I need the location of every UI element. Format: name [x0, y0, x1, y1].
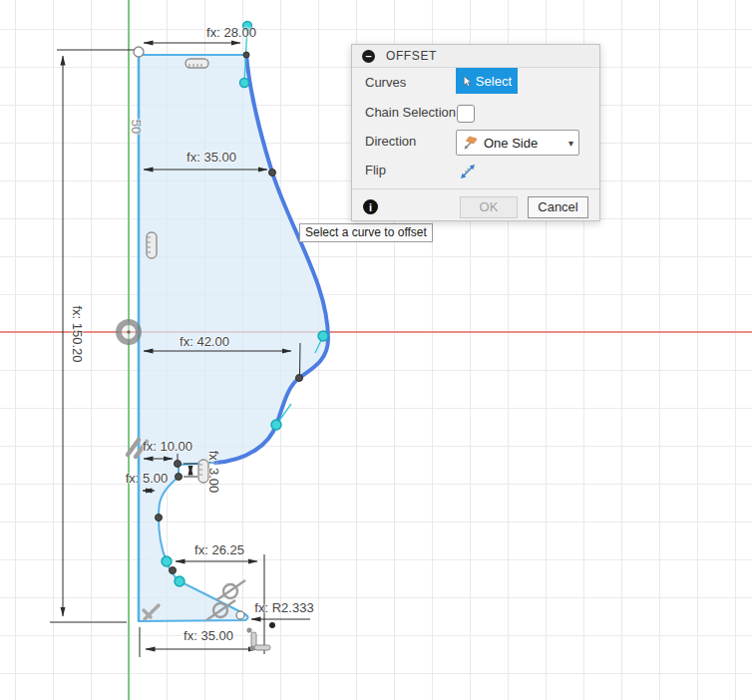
flip-button[interactable] [458, 162, 478, 181]
chain-selection-label: Chain Selection [365, 104, 456, 122]
info-icon[interactable]: i [363, 199, 378, 214]
spline-handle-point [271, 420, 281, 430]
dim-lines-notch-height[interactable] [184, 464, 197, 477]
direction-label: Direction [365, 133, 416, 151]
direction-value: One Side [484, 136, 568, 151]
select-button-label: Select [476, 74, 512, 89]
collapse-icon[interactable]: – [362, 50, 375, 63]
dimension-notch-height[interactable]: fx: 3.00 [206, 451, 221, 494]
sketch-point [175, 461, 182, 468]
dimension-left-height-partial[interactable]: 50 [129, 120, 144, 134]
curves-label: Curves [365, 74, 406, 92]
spline-handle-point [318, 331, 328, 341]
direction-dropdown[interactable]: One Side ▾ [456, 130, 579, 156]
cancel-button[interactable]: Cancel [528, 196, 588, 218]
sketch-profile-fill[interactable] [139, 55, 328, 621]
sketch-point [156, 515, 163, 522]
origin-marker[interactable] [119, 322, 139, 342]
dialog-divider [352, 188, 599, 189]
flag-icon [462, 135, 479, 152]
dimension-small-offset[interactable]: fx: 5.00 [126, 471, 169, 486]
horizontal-constraint-icon[interactable] [186, 59, 208, 68]
sketch-point-open [134, 47, 144, 57]
dimension-total-height[interactable]: fx: 150.20 [70, 305, 85, 362]
offset-dialog: – OFFSET Curves Select Chain Selection D… [351, 44, 600, 221]
tooltip: Select a curve to offset [299, 223, 433, 242]
dialog-title: OFFSET [386, 49, 437, 63]
sketch-point-open [236, 611, 244, 619]
sketch-point [243, 52, 249, 58]
dimension-corner-radius[interactable]: fx: R2.333 [254, 600, 313, 615]
dimension-lower-width[interactable]: fx: 26.25 [194, 542, 244, 557]
spline-handle-point [162, 556, 172, 566]
flip-arrows-icon [458, 162, 478, 181]
sketch-point [170, 567, 177, 574]
sketch-point [269, 622, 275, 628]
spline-handle-point [240, 79, 249, 88]
vertical-constraint-icon[interactable] [147, 232, 157, 258]
dimension-bottom-width[interactable]: fx: 35.00 [184, 628, 233, 643]
spline-handle-point [175, 576, 185, 586]
dimension-notch-width[interactable]: fx: 10.00 [143, 439, 192, 454]
tangent-constraint-icon[interactable] [216, 580, 245, 600]
sketch-canvas: fx: 28.00 50 fx: 35.00 fx: 150.20 fx: 42… [0, 0, 752, 700]
sketch-point [296, 375, 303, 382]
sketch-point [269, 170, 276, 176]
chain-selection-checkbox[interactable] [457, 105, 475, 123]
flip-label: Flip [365, 162, 386, 179]
cursor-icon [462, 74, 472, 89]
dialog-header: – OFFSET [352, 45, 599, 68]
dimension-mid-width[interactable]: fx: 35.00 [187, 150, 236, 165]
chevron-down-icon: ▾ [568, 138, 573, 149]
dimension-bulge-width[interactable]: fx: 42.00 [180, 334, 229, 349]
sketch-point [176, 474, 183, 481]
ok-button[interactable]: OK [460, 196, 518, 218]
dimension-top-width[interactable]: fx: 28.00 [206, 25, 256, 40]
coincident-constraint-icon[interactable] [246, 627, 270, 650]
select-button[interactable]: Select [456, 68, 518, 94]
